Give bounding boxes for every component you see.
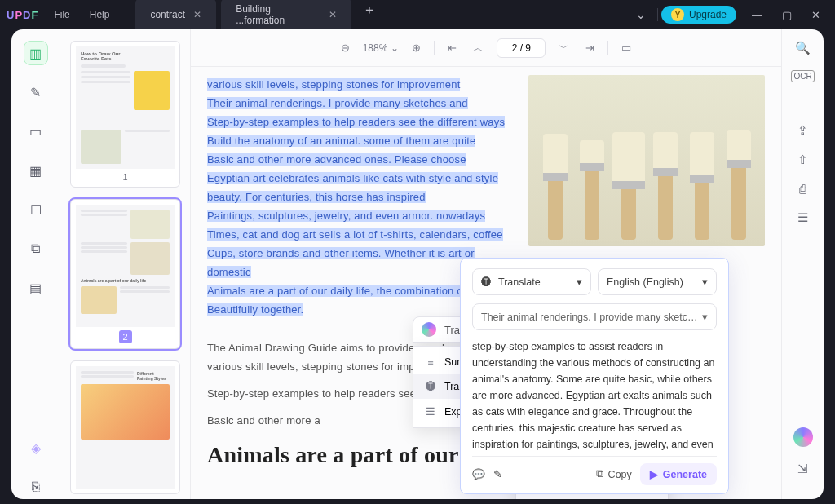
comment-tool[interactable]: ▭ [24, 119, 48, 144]
workspace: ▥ ✎ ▭ ▦ ☐ ⧉ ▤ ◈ ⎘ How to Draw Our Favori… [11, 29, 824, 499]
protect-icon[interactable]: ☰ [797, 210, 808, 225]
chevron-down-icon[interactable]: ⌄ [628, 5, 654, 24]
ai-icon [422, 322, 436, 337]
generate-button[interactable]: ▶Generate [640, 463, 717, 485]
bookmark-button[interactable]: ⎘ [24, 475, 48, 499]
summarize-icon: ≡ [425, 356, 436, 368]
page-input[interactable] [497, 38, 546, 58]
play-icon: ▶ [650, 468, 658, 480]
annotate-tool[interactable]: ✎ [24, 80, 48, 104]
action-select[interactable]: 🅣Translate ▾ [472, 268, 591, 295]
translate-panel: 🅣Translate ▾ English (English) ▾ Their a… [460, 258, 729, 494]
upgrade-button[interactable]: Y Upgrade [661, 6, 736, 24]
last-page-icon[interactable]: ⇥ [582, 40, 598, 55]
copy-icon: ⧉ [596, 468, 603, 480]
more-tool[interactable]: ▤ [24, 276, 48, 300]
upgrade-label: Upgrade [689, 9, 727, 20]
maximize-icon[interactable]: ▢ [774, 6, 800, 24]
avatar: Y [671, 8, 684, 21]
document-image-brushes [528, 75, 765, 246]
document-view: ⊖ 188% ⌄ ⊕ ⇤ ︿ ﹀ ⇥ ▭ various skill level… [191, 29, 781, 499]
chevron-down-icon: ▾ [702, 311, 708, 323]
translate-icon: 🅣 [481, 276, 492, 288]
prev-page-icon[interactable]: ︿ [470, 39, 487, 57]
print-icon[interactable]: ⎙ [799, 182, 806, 196]
right-tool-rail: 🔍 OCR ⇪ ⇧ ⎙ ☰ ⇲ [781, 29, 824, 499]
page-toolbar: ⊖ 188% ⌄ ⊕ ⇤ ︿ ﹀ ⇥ ▭ [191, 29, 781, 67]
search-icon[interactable]: 🔍 [795, 41, 811, 55]
page-thumbnail-2[interactable]: Animals are a part of our daily life 2 [70, 199, 180, 349]
minimize-icon[interactable]: — [744, 6, 771, 24]
chevron-down-icon: ▾ [577, 276, 582, 288]
organize-tool[interactable]: ⧉ [24, 237, 48, 261]
thumbnails-panel-button[interactable]: ▥ [24, 41, 48, 65]
translation-result: step-by-step examples to assist readers … [472, 338, 717, 456]
ocr-icon[interactable]: OCR [791, 70, 814, 82]
tab-contract[interactable]: contract ✕ [135, 0, 216, 31]
menu-help[interactable]: Help [82, 6, 118, 24]
view-mode-icon[interactable]: ▭ [618, 40, 634, 55]
layers-button[interactable]: ◈ [24, 435, 48, 460]
page-thumbnail-3[interactable]: Different Painting Styles [70, 360, 180, 494]
zoom-out-icon[interactable]: ⊖ [338, 40, 353, 55]
translate-icon: 🅣 [425, 381, 436, 392]
app-logo: UPDF [7, 9, 38, 21]
chat-icon[interactable]: 💬 [472, 468, 485, 480]
highlight-result-icon[interactable]: ✎ [493, 468, 502, 480]
page-tool[interactable]: ▦ [24, 158, 48, 183]
zoom-in-icon[interactable]: ⊕ [409, 40, 424, 55]
source-preview[interactable]: Their animal renderings. I provide many … [472, 303, 717, 330]
add-tab-button[interactable]: ＋ [356, 0, 382, 31]
left-tool-rail: ▥ ✎ ▭ ▦ ☐ ⧉ ▤ ◈ ⎘ [11, 29, 60, 499]
next-page-icon[interactable]: ﹀ [555, 39, 572, 57]
tab-building[interactable]: Building ...formation ✕ [221, 0, 351, 31]
chevron-down-icon: ⌄ [391, 42, 399, 54]
zoom-select[interactable]: 188% ⌄ [363, 42, 400, 54]
explain-icon: ☰ [425, 405, 436, 418]
close-window-icon[interactable]: ✕ [803, 6, 828, 24]
tab-label: contract [150, 9, 185, 20]
page-number: 2 [119, 330, 132, 343]
target-language-select[interactable]: English (English) ▾ [598, 268, 717, 295]
page-number: 1 [76, 172, 175, 182]
close-icon[interactable]: ✕ [329, 9, 337, 20]
thumbnail-pane: How to Draw Our Favorite Pets 1 [60, 29, 191, 499]
document-tabs: contract ✕ Building ...formation ✕ ＋ [135, 0, 382, 31]
menu-file[interactable]: File [46, 6, 77, 24]
link-icon[interactable]: ⇲ [797, 462, 808, 476]
export-icon[interactable]: ⇪ [797, 123, 808, 138]
share-icon[interactable]: ⇧ [797, 153, 808, 167]
tab-label: Building ...formation [236, 3, 320, 26]
copy-button[interactable]: ⧉Copy [596, 468, 632, 480]
title-bar: UPDF File Help contract ✕ Building ...fo… [0, 0, 835, 29]
ai-assistant-icon[interactable] [793, 427, 813, 447]
first-page-icon[interactable]: ⇤ [444, 40, 460, 55]
close-icon[interactable]: ✕ [193, 9, 201, 20]
chevron-down-icon: ▾ [702, 276, 708, 288]
form-tool[interactable]: ☐ [24, 197, 48, 222]
page-thumbnail-1[interactable]: How to Draw Our Favorite Pets 1 [70, 41, 180, 188]
